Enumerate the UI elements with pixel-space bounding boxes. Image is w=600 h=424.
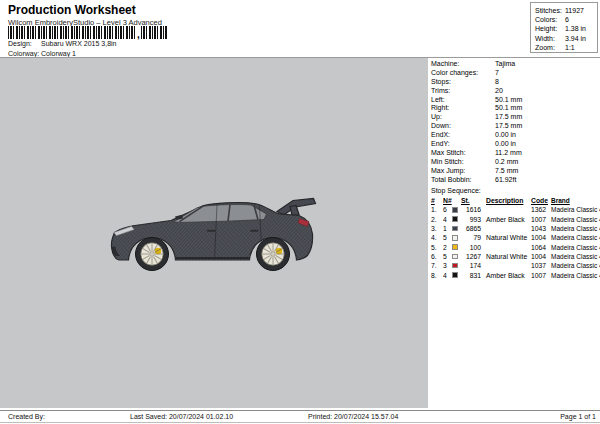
thread-code: 1007	[531, 215, 551, 224]
footer-divider	[0, 410, 600, 411]
column-header-n: N#	[443, 196, 452, 205]
machine-info-label: Trims:	[431, 87, 495, 96]
stop-number: 3.	[431, 224, 443, 233]
machine-info-value: 50.1 mm	[495, 96, 522, 103]
summary-value: 3.94 in	[565, 35, 586, 42]
stop-sequence-row: 8.4831Amber Black1007Madeira Classic 40	[431, 270, 599, 279]
machine-info-row: Min Stitch:0.2 mm	[431, 158, 598, 167]
machine-info-label: Up:	[431, 113, 495, 122]
summary-row: Width:3.94 in	[535, 34, 597, 43]
front-wheel	[136, 238, 169, 271]
stop-number: 4.	[431, 233, 443, 242]
machine-info-label: Max Stitch:	[431, 149, 495, 158]
machine-info-row: Down:17.5 mm	[431, 122, 598, 131]
machine-info-label: Stops:	[431, 78, 495, 87]
machine-info-label: EndY:	[431, 140, 495, 149]
summary-row: Zoom:1:1	[535, 43, 597, 52]
thread-brand: Madeira Classic 40	[551, 261, 599, 270]
stop-number: 5.	[431, 242, 443, 251]
needle-number: 4	[443, 270, 452, 279]
stop-sequence-row: 4.579Natural White1004Madeira Classic 40	[431, 233, 599, 242]
summary-row: Height:1.38 in	[535, 24, 597, 33]
machine-info-value: Tajima	[495, 60, 515, 67]
needle-number: 2	[443, 242, 452, 251]
machine-info-value: 17.5 mm	[495, 113, 522, 120]
column-header-swatch	[452, 196, 461, 205]
swatch-cell	[452, 261, 461, 270]
info-panel: Machine:TajimaColor changes:7Stops:8Trim…	[428, 58, 600, 410]
thread-code: 1064	[531, 242, 551, 251]
stop-number: 2.	[431, 215, 443, 224]
stop-sequence-row: 5.21001064Madeira Classic 40	[431, 242, 599, 251]
thread-description: Amber Black	[483, 215, 531, 224]
stitch-count: 6865	[461, 224, 483, 233]
summary-value: 1.38 in	[565, 25, 586, 32]
rear-wheel	[257, 238, 290, 271]
design-barcode: ,	[8, 26, 167, 39]
machine-info-label: Machine:	[431, 60, 495, 69]
machine-info-row: Machine:Tajima	[431, 60, 598, 69]
machine-info-value: 11.2 mm	[495, 149, 522, 156]
column-header-brand: Brand	[551, 196, 599, 205]
thread-code: 1004	[531, 252, 551, 261]
swatch-cell	[452, 270, 461, 279]
stop-sequence-table: #N#St.DescriptionCodeBrand 1.616161362Ma…	[431, 196, 599, 280]
thread-description	[483, 205, 531, 214]
production-worksheet-page: Production Worksheet Wilcom EmbroiderySt…	[0, 0, 600, 424]
summary-label: Height:	[535, 24, 565, 33]
design-value: Subaru WRX 2015 3,8in	[41, 40, 117, 47]
barcode-main-icon	[8, 26, 136, 39]
machine-info-row: Up:17.5 mm	[431, 113, 598, 122]
swatch-cell	[452, 252, 461, 261]
summary-row: Colors:6	[535, 15, 597, 24]
machine-info-label: Left:	[431, 96, 495, 105]
needle-number: 3	[443, 261, 452, 270]
thread-description	[483, 261, 531, 270]
thread-color-swatch	[452, 254, 458, 260]
stop-number: 6.	[431, 252, 443, 261]
summary-label: Width:	[535, 34, 565, 43]
stop-sequence-header-row: #N#St.DescriptionCodeBrand	[431, 196, 599, 205]
design-row: Design:Subaru WRX 2015 3,8in	[8, 40, 117, 47]
created-by-label: Created By:	[8, 413, 45, 420]
thread-brand: Madeira Classic 40	[551, 215, 599, 224]
thread-description	[483, 242, 531, 251]
summary-label: Stitches:	[535, 6, 565, 15]
colorway-label: Colorway:	[8, 50, 41, 57]
thread-brand: Madeira Classic 40	[551, 242, 599, 251]
summary-box: Stitches:11927Colors:6Height:1.38 inWidt…	[530, 2, 598, 53]
colorway-value: Colorway 1	[41, 50, 76, 57]
machine-info-value: 17.5 mm	[495, 122, 522, 129]
machine-info-row: EndX:0.00 in	[431, 131, 598, 140]
thread-color-swatch	[452, 272, 458, 278]
stitch-count: 79	[461, 233, 483, 242]
swatch-cell	[452, 224, 461, 233]
needle-number: 5	[443, 252, 452, 261]
thread-brand: Madeira Classic 40	[551, 252, 599, 261]
thread-code: 1007	[531, 270, 551, 279]
barcode-tail-icon	[141, 26, 167, 39]
stop-sequence-title: Stop Sequence:	[431, 187, 481, 194]
stop-sequence-row: 1.616161362Madeira Classic 40	[431, 205, 599, 214]
last-saved-label: Last Saved: 20/07/2024 01.02.10	[130, 413, 233, 420]
column-header-description: Description	[483, 196, 531, 205]
thread-brand: Madeira Classic 40	[551, 224, 599, 233]
machine-info-label: Color changes:	[431, 69, 495, 78]
thread-color-swatch	[452, 244, 458, 250]
stop-sequence-row: 2.4993Amber Black1007Madeira Classic 40	[431, 215, 599, 224]
summary-label: Colors:	[535, 15, 565, 24]
summary-value: 6	[565, 16, 569, 23]
thread-code: 1037	[531, 261, 551, 270]
machine-info-value: 50.1 mm	[495, 104, 522, 111]
machine-info-label: Down:	[431, 122, 495, 131]
printed-label: Printed: 20/07/2024 15.57.04	[308, 413, 398, 420]
swatch-cell	[452, 205, 461, 214]
design-label: Design:	[8, 40, 41, 47]
thread-description: Natural White	[483, 233, 531, 242]
stitch-count: 1616	[461, 205, 483, 214]
summary-value: 1:1	[565, 44, 575, 51]
machine-info-value: 8	[495, 78, 499, 85]
machine-info-row: Max Stitch:11.2 mm	[431, 149, 598, 158]
machine-info-value: 0.00 in	[495, 140, 516, 147]
machine-info-value: 61.92ft	[495, 176, 516, 183]
